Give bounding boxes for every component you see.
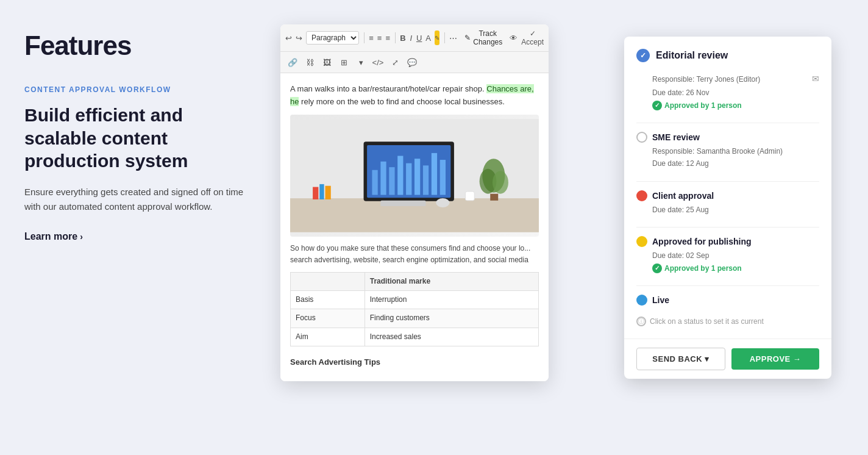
redo-button[interactable]: ↪ <box>296 30 302 45</box>
send-back-label: SEND BACK <box>652 354 702 364</box>
separator-4 <box>636 285 819 286</box>
table-cell-aim: Aim <box>291 328 365 346</box>
svg-rect-15 <box>440 160 446 195</box>
editorial-responsible: Responsible: Terry Jones (Editor) <box>652 73 760 85</box>
table-row: Focus Finding customers <box>291 309 539 328</box>
table-cell-focus: Focus <box>291 309 365 328</box>
svg-rect-25 <box>465 192 474 201</box>
editor-paragraph-2: So how do you make sure that these consu… <box>290 243 539 266</box>
editor-paragraph-1: A man walks into a bar/restaurant/hotel/… <box>290 83 539 109</box>
sme-header: SME review <box>636 132 819 143</box>
align-center-button[interactable]: ≡ <box>377 30 382 45</box>
approval-title: Editorial review <box>656 50 728 61</box>
client-header: Client approval <box>636 190 819 201</box>
editor-image <box>290 115 539 237</box>
comment-button[interactable]: 💬 <box>405 55 419 70</box>
font-color-button[interactable]: A <box>425 30 431 45</box>
editorial-responsible-row: Responsible: Terry Jones (Editor) ✉ <box>652 72 819 87</box>
align-left-button[interactable]: ≡ <box>369 30 374 45</box>
editor-toolbar-top: ↩ ↪ Paragraph ≡ ≡ ≡ B I U A ✎ ⋯ ✎ Tr <box>280 24 549 52</box>
sme-due-date: Due date: 12 Aug <box>652 157 819 170</box>
editor-window: ↩ ↪ Paragraph ≡ ≡ ≡ B I U A ✎ ⋯ ✎ Tr <box>280 24 549 381</box>
link2-button[interactable]: ⛓ <box>302 55 317 70</box>
table-dropdown-button[interactable]: ▾ <box>354 55 368 70</box>
svg-rect-21 <box>319 184 324 199</box>
table-header-2: Traditional marke <box>365 272 538 290</box>
email-icon[interactable]: ✉ <box>812 72 819 87</box>
separator-2 <box>636 181 819 182</box>
arrow-right-icon: → <box>793 354 802 364</box>
editor-content: A man walks into a bar/restaurant/hotel/… <box>280 73 549 381</box>
svg-rect-19 <box>490 193 498 200</box>
table-cell-finding: Finding customers <box>365 309 538 328</box>
table-cell-sales: Increased sales <box>365 328 538 346</box>
track-changes-label: Track Changes <box>473 29 502 46</box>
eye-button[interactable]: 👁 <box>510 30 518 45</box>
paragraph-select[interactable]: Paragraph <box>306 31 359 45</box>
svg-rect-14 <box>432 153 437 195</box>
left-panel: Features CONTENT APPROVAL WORKFLOW Build… <box>24 24 280 242</box>
svg-rect-8 <box>380 161 386 195</box>
separator-3 <box>636 227 819 228</box>
svg-rect-10 <box>397 156 403 195</box>
bold-button[interactable]: B <box>400 30 405 45</box>
editor-footer-text: Search Advertising Tips <box>290 351 539 371</box>
editor-toolbar-bottom: 🔗 ⛓ 🖼 ⊞ ▾ </> ⤢ 💬 <box>280 52 549 73</box>
svg-rect-23 <box>380 200 425 206</box>
highlight-button[interactable]: ✎ <box>435 30 439 45</box>
align-right-button[interactable]: ≡ <box>385 30 390 45</box>
undo-button[interactable]: ↩ <box>285 30 292 45</box>
publishing-name: Approved for publishing <box>652 237 752 246</box>
approval-footer: SEND BACK ▾ APPROVE → <box>624 339 831 379</box>
sme-name: SME review <box>652 132 700 142</box>
editor-table: Traditional marke Basis Interruption Foc… <box>290 272 539 346</box>
sme-dot <box>636 132 647 143</box>
svg-rect-11 <box>406 163 411 195</box>
section-description: Ensure everything gets created and signe… <box>24 185 256 214</box>
sme-meta: Responsible: Samantha Brooke (Admin) Due… <box>636 145 819 170</box>
approval-panel: Editorial review Responsible: Terry Jone… <box>624 37 831 379</box>
link-button[interactable]: 🔗 <box>285 55 300 70</box>
table-button[interactable]: ⊞ <box>336 55 351 70</box>
chevron-down-icon: ▾ <box>705 354 710 364</box>
stage-publishing[interactable]: Approved for publishing Due date: 02 Sep… <box>636 236 819 274</box>
sme-responsible: Responsible: Samantha Brooke (Admin) <box>652 145 819 157</box>
client-dot <box>636 190 647 201</box>
check-icon: ✓ <box>530 29 536 38</box>
svg-rect-7 <box>372 170 377 195</box>
stage-live[interactable]: Live <box>636 295 819 306</box>
expand-button[interactable]: ⤢ <box>388 55 402 70</box>
table-cell-interruption: Interruption <box>365 291 538 309</box>
right-panel: ↩ ↪ Paragraph ≡ ≡ ≡ B I U A ✎ ⋯ ✎ Tr <box>280 24 831 378</box>
client-name: Client approval <box>652 191 714 201</box>
image-button[interactable]: 🖼 <box>319 55 334 70</box>
publishing-due-date: Due date: 02 Sep <box>652 249 819 262</box>
separator-1 <box>636 123 819 123</box>
italic-button[interactable]: I <box>410 30 413 45</box>
client-due-date: Due date: 25 Aug <box>652 204 819 216</box>
svg-point-18 <box>493 171 508 193</box>
publishing-approved-badge: Approved by 1 person <box>652 262 742 274</box>
accept-button[interactable]: ✓ Accept <box>521 29 544 46</box>
page-title: Features <box>24 30 256 61</box>
live-header: Live <box>636 295 819 306</box>
track-changes-button[interactable]: ✎ Track Changes <box>461 28 506 48</box>
table-row: Aim Increased sales <box>291 328 539 346</box>
stage-client[interactable]: Client approval Due date: 25 Aug <box>636 190 819 216</box>
info-icon: ⓘ <box>636 317 646 326</box>
svg-rect-12 <box>414 159 420 195</box>
more-button[interactable]: ⋯ <box>449 30 457 45</box>
highlighted-text: Chances are, he <box>290 84 534 106</box>
learn-more-link[interactable]: Learn more › <box>24 231 83 242</box>
click-to-set: ⓘ Click on a status to set it as current <box>636 317 819 326</box>
stage-editorial: Responsible: Terry Jones (Editor) ✉ Due … <box>636 72 819 112</box>
approve-button[interactable]: APPROVE → <box>731 348 819 370</box>
client-meta: Due date: 25 Aug <box>636 204 819 216</box>
underline-button[interactable]: U <box>416 30 422 45</box>
stage-sme[interactable]: SME review Responsible: Samantha Brooke … <box>636 132 819 170</box>
code-button[interactable]: </> <box>371 55 385 70</box>
svg-rect-20 <box>313 187 318 199</box>
click-to-set-label: Click on a status to set it as current <box>650 317 764 326</box>
svg-rect-9 <box>389 167 394 195</box>
send-back-button[interactable]: SEND BACK ▾ <box>636 348 725 370</box>
